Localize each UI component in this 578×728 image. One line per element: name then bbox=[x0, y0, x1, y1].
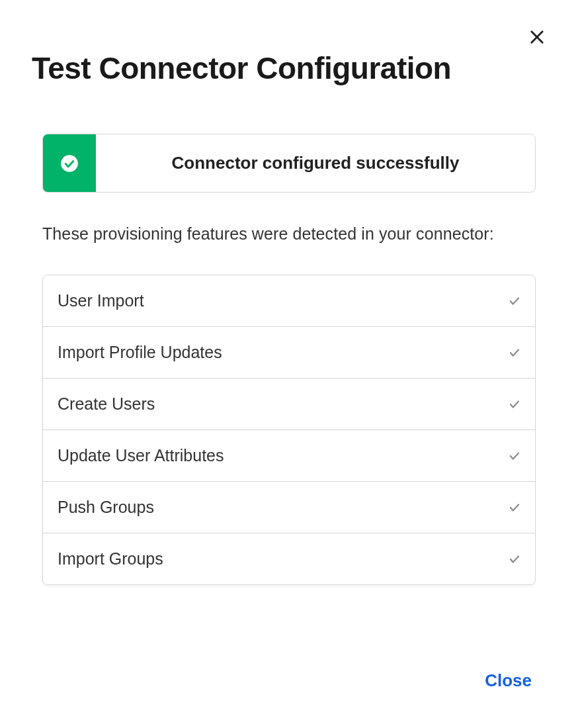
feature-label: Import Profile Updates bbox=[58, 343, 222, 362]
feature-label: Create Users bbox=[58, 394, 155, 414]
svg-point-2 bbox=[61, 155, 78, 172]
feature-label: Import Groups bbox=[58, 549, 163, 569]
list-item: Create Users bbox=[43, 379, 535, 430]
success-banner: Connector configured successfully bbox=[42, 134, 536, 193]
feature-label: Push Groups bbox=[58, 498, 154, 517]
list-item: Update User Attributes bbox=[43, 430, 535, 482]
test-connector-modal: Test Connector Configuration Connector c… bbox=[0, 0, 578, 728]
check-icon bbox=[509, 398, 520, 410]
list-item: Push Groups bbox=[43, 482, 535, 533]
close-icon[interactable] bbox=[525, 25, 549, 49]
check-icon bbox=[509, 295, 520, 307]
modal-footer: Close bbox=[485, 670, 532, 691]
check-icon bbox=[509, 553, 520, 565]
list-item: User Import bbox=[43, 275, 535, 327]
success-check-circle-icon bbox=[43, 134, 96, 192]
banner-message: Connector configured successfully bbox=[96, 134, 535, 192]
modal-title: Test Connector Configuration bbox=[32, 50, 546, 86]
check-icon bbox=[509, 450, 520, 462]
features-subtitle: These provisioning features were detecte… bbox=[42, 220, 536, 247]
check-icon bbox=[509, 502, 520, 514]
close-button[interactable]: Close bbox=[485, 670, 532, 691]
feature-label: Update User Attributes bbox=[58, 446, 224, 465]
list-item: Import Profile Updates bbox=[43, 327, 535, 379]
list-item: Import Groups bbox=[43, 533, 535, 584]
feature-list: User Import Import Profile Updates Creat… bbox=[42, 275, 536, 585]
check-icon bbox=[509, 347, 520, 359]
modal-content: Connector configured successfully These … bbox=[32, 134, 546, 585]
feature-label: User Import bbox=[58, 291, 144, 310]
